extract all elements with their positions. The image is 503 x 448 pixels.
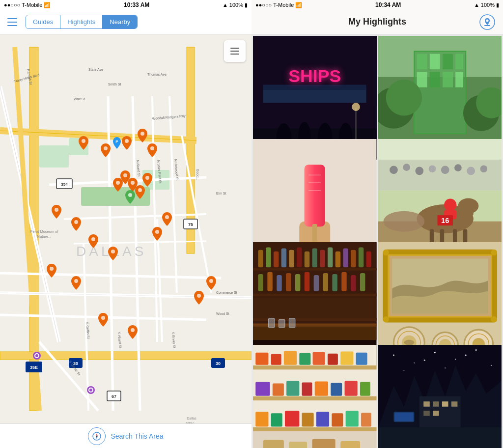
map-icon-button[interactable] [478, 13, 496, 31]
battery-left: ▲ 100% ▮ [223, 2, 248, 8]
battery-icon-left: ▮ [245, 2, 248, 8]
svg-rect-229 [313, 352, 325, 365]
svg-rect-268 [423, 402, 430, 407]
svg-text:Elm St: Elm St [216, 192, 226, 195]
status-bar-right: ●●○○○ T-Mobile 📶 10:34 AM ▲ 100% ▮ [252, 0, 503, 10]
svg-rect-118 [417, 54, 427, 69]
signal-dots: ●●○○○ [4, 2, 20, 8]
svg-point-154 [390, 166, 398, 174]
svg-point-91 [74, 279, 78, 283]
svg-rect-241 [255, 412, 268, 426]
svg-point-209 [383, 316, 389, 322]
svg-rect-153 [378, 160, 502, 191]
svg-rect-240 [360, 382, 370, 396]
svg-point-86 [91, 237, 95, 241]
svg-rect-200 [289, 318, 295, 328]
svg-text:16: 16 [441, 217, 449, 224]
map-menu-button[interactable] [224, 40, 246, 62]
svg-text:Commerce St: Commerce St [216, 291, 237, 294]
svg-rect-199 [279, 319, 285, 328]
svg-point-82 [128, 193, 132, 197]
svg-point-265 [445, 367, 446, 368]
svg-point-208 [491, 249, 497, 255]
svg-rect-252 [312, 439, 335, 448]
svg-text:Good...: Good... [196, 169, 199, 180]
svg-point-81 [145, 176, 149, 180]
svg-rect-235 [286, 381, 299, 396]
svg-point-99 [96, 435, 98, 437]
tab-guides[interactable]: Guides [26, 15, 60, 28]
svg-point-89 [165, 215, 169, 219]
signal-dots-right: ●●○○○ [255, 2, 272, 8]
svg-point-148 [444, 198, 456, 211]
svg-text:354: 354 [61, 182, 68, 187]
svg-text:SHIPS: SHIPS [288, 66, 341, 86]
signal-carrier: ●●○○○ T-Mobile 📶 [4, 2, 51, 8]
svg-rect-275 [394, 413, 413, 421]
svg-rect-147 [463, 229, 467, 243]
svg-rect-133 [305, 165, 325, 226]
svg-rect-251 [289, 442, 307, 448]
map-svg: 35E 30 30 75 354 67 DALLAS [0, 34, 252, 423]
svg-point-157 [428, 165, 436, 172]
svg-rect-242 [271, 414, 282, 427]
svg-rect-256 [378, 427, 502, 448]
svg-text:67: 67 [112, 394, 116, 399]
svg-point-127 [386, 80, 421, 115]
nav-bar-right: My Highlights [252, 10, 503, 34]
svg-rect-232 [356, 353, 367, 365]
tab-nearby[interactable]: Nearby [103, 15, 137, 28]
page-title: My Highlights [276, 17, 478, 27]
svg-rect-239 [345, 381, 358, 396]
svg-point-113 [352, 103, 360, 111]
svg-point-152 [383, 211, 424, 231]
svg-rect-125 [455, 72, 463, 87]
map-container[interactable]: 35E 30 30 75 354 67 DALLAS [0, 34, 252, 423]
svg-rect-227 [284, 351, 297, 365]
svg-rect-134 [312, 224, 317, 242]
svg-point-258 [414, 363, 415, 364]
svg-rect-197 [253, 242, 377, 325]
svg-point-207 [383, 249, 389, 255]
svg-rect-272 [423, 411, 430, 416]
svg-point-101 [486, 19, 489, 22]
svg-point-80 [138, 188, 142, 192]
svg-text:Wolf St: Wolf St [74, 97, 84, 101]
left-panel: ●●○○○ T-Mobile 📶 10:33 AM ▲ 100% ▮ Guide… [0, 0, 252, 448]
svg-point-262 [491, 365, 492, 366]
svg-text:Nature...: Nature... [37, 234, 52, 239]
tab-highlights[interactable]: Highlights [60, 15, 103, 28]
carrier-right: T-Mobile [273, 2, 294, 8]
hamburger-menu-left[interactable] [5, 15, 20, 29]
grid-item-food[interactable]: ♥ 0 ★ 0 [253, 345, 377, 448]
svg-point-94 [197, 294, 201, 298]
svg-rect-1 [39, 145, 69, 168]
svg-rect-244 [302, 413, 314, 427]
svg-rect-228 [299, 353, 310, 365]
svg-rect-225 [255, 353, 268, 365]
svg-rect-248 [361, 413, 371, 427]
svg-rect-246 [332, 414, 343, 427]
signal-carrier-right: ●●○○○ T-Mobile 📶 [255, 2, 302, 8]
svg-point-93 [131, 328, 135, 332]
location-button[interactable] [88, 427, 106, 445]
highlights-grid: SHIPS ♥ 0 ★ 1 [252, 34, 503, 448]
svg-rect-234 [273, 384, 284, 396]
svg-point-76 [150, 146, 154, 150]
svg-rect-121 [455, 54, 463, 69]
search-area-button[interactable]: Search This Area [111, 432, 163, 440]
map-pin-icon [479, 14, 495, 30]
svg-rect-250 [263, 440, 284, 448]
svg-rect-253 [340, 441, 360, 448]
grid-item-night[interactable]: ♥ 0 ★ 0 [378, 345, 502, 448]
svg-point-159 [454, 164, 462, 171]
svg-rect-124 [442, 72, 452, 87]
svg-point-92 [101, 316, 105, 320]
svg-point-259 [434, 352, 435, 353]
svg-point-78 [123, 173, 127, 177]
svg-point-74 [125, 139, 129, 143]
svg-point-260 [455, 359, 456, 360]
time-right: 10:34 AM [375, 1, 401, 8]
svg-point-160 [467, 167, 475, 175]
svg-rect-145 [440, 229, 444, 243]
